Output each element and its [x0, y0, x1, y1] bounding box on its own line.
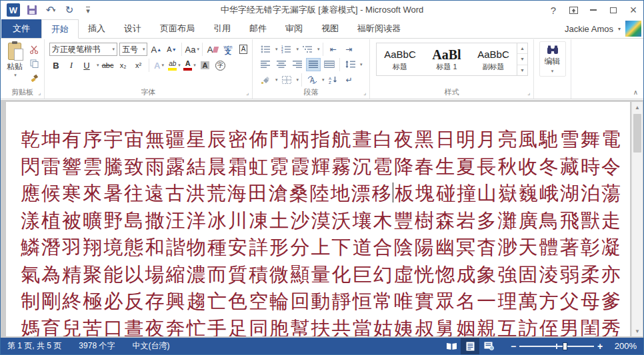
line-spacing-button[interactable] — [343, 58, 357, 71]
ribbon-display-options-button[interactable] — [563, 1, 583, 19]
close-button[interactable]: × — [623, 1, 643, 19]
font-dialog-launcher[interactable]: ⌟ — [244, 90, 251, 97]
vertical-scrollbar[interactable]: ▲ ▼ — [631, 102, 643, 336]
borders-button[interactable] — [279, 73, 294, 87]
avatar[interactable] — [625, 21, 641, 37]
subscript-button[interactable]: x₂ — [117, 59, 130, 72]
style-title[interactable]: AaBbC 标题 — [377, 43, 423, 75]
help-button[interactable]: ? — [543, 1, 563, 19]
paste-dropdown-icon[interactable]: ▾ — [14, 73, 17, 78]
zoom-in-button[interactable]: + — [594, 341, 606, 352]
tab-file[interactable]: 文件 — [1, 19, 41, 38]
text-line[interactable]: 乾坤有序宇宙無疆星辰密佈鬥柄指航晝白夜黑日明月亮風馳雪舞電 — [21, 126, 621, 153]
minimize-button[interactable] — [583, 1, 603, 19]
text-line[interactable]: 氣為精聚能以場縮濃而質積微顯量化巨幻虛恍惚成象強固淩弱柔亦 — [21, 261, 621, 288]
zoom-slider[interactable] — [519, 342, 594, 351]
asian-layout-button[interactable]: A — [305, 73, 319, 87]
tab-design[interactable]: 设计 — [115, 19, 151, 38]
text-line[interactable]: 制剛終極必反存興趨亡色空輪回動靜恒常唯實眾名一理萬方父母爹 — [21, 288, 621, 315]
styles-dialog-launcher[interactable]: ⌟ — [525, 90, 532, 97]
zoom-slider-thumb[interactable] — [563, 342, 567, 350]
tab-home[interactable]: 开始 — [41, 19, 79, 39]
phonetic-guide-button[interactable]: wén文 — [221, 43, 235, 56]
clear-formatting-button[interactable]: A — [206, 43, 219, 56]
tab-insert[interactable]: 插入 — [79, 19, 115, 38]
web-layout-button[interactable] — [479, 338, 498, 354]
zoom-out-button[interactable]: − — [507, 341, 519, 352]
font-name-combo[interactable]: 方正硬笔楷书▾ — [49, 43, 117, 56]
scrollbar-thumb[interactable] — [633, 114, 641, 153]
highlight-button[interactable]: ab▾ — [168, 59, 181, 72]
increase-indent-button[interactable]: ⇥ — [342, 43, 357, 56]
enclose-characters-button[interactable]: 字 — [214, 59, 227, 72]
tab-references[interactable]: 引用 — [204, 19, 240, 38]
superscript-button[interactable]: x² — [132, 59, 145, 72]
text-line[interactable]: 閃雷響雲騰致雨露結晨霜虹霓霞輝霧沉雹降春生夏長秋收冬藏時令 — [21, 153, 621, 180]
zoom-level[interactable]: 200% — [606, 341, 637, 351]
align-center-button[interactable] — [274, 58, 289, 71]
bullets-button[interactable] — [258, 43, 273, 56]
undo-dropdown[interactable]: ▾ — [53, 7, 55, 13]
read-mode-button[interactable] — [442, 338, 461, 354]
print-layout-button[interactable] — [461, 338, 479, 354]
sort-button[interactable]: AZ — [326, 73, 341, 87]
undo-button[interactable]: ↶▾ — [43, 2, 59, 18]
tab-page-layout[interactable]: 页面布局 — [151, 19, 204, 38]
paragraph-dialog-launcher[interactable]: ⌟ — [361, 90, 368, 97]
paste-button[interactable]: 粘贴 ▾ — [3, 41, 27, 87]
grow-font-button[interactable]: A▲ — [149, 43, 163, 56]
align-left-button[interactable] — [258, 58, 273, 71]
shading-button[interactable] — [258, 73, 273, 87]
collapse-ribbon-button[interactable]: ∧ — [633, 89, 638, 96]
underline-button[interactable]: U — [80, 59, 93, 72]
style-heading1[interactable]: AaBl 标题 1 — [423, 43, 470, 75]
word-count[interactable]: 3978 个字 — [79, 340, 115, 352]
font-color-button[interactable]: A▾ — [183, 59, 197, 72]
language-indicator[interactable]: 中文(台湾) — [132, 340, 169, 352]
editing-button[interactable]: 编辑 ▾ — [539, 41, 566, 77]
tab-mailings[interactable]: 邮件 — [240, 19, 276, 38]
document-page[interactable]: 乾坤有序宇宙無疆星辰密佈鬥柄指航晝白夜黑日明月亮風馳雪舞電閃雷響雲騰致雨露結晨霜… — [6, 102, 630, 336]
style-subtitle[interactable]: AaBbC 副标题 — [470, 43, 517, 75]
align-right-button[interactable] — [290, 58, 305, 71]
text-line[interactable]: 應候寒來暑往遠古洪荒海田滄桑陸地漂移板塊碰撞山嶽巍峨湖泊蕩 — [21, 180, 621, 207]
bold-button[interactable]: B — [49, 59, 63, 72]
character-border-button[interactable]: A — [237, 43, 250, 56]
distribute-button[interactable] — [322, 58, 337, 71]
tab-view[interactable]: 视图 — [312, 19, 348, 38]
shrink-font-button[interactable]: A▼ — [165, 43, 178, 56]
redo-button[interactable]: ↻ — [61, 2, 77, 18]
multilevel-list-button[interactable] — [300, 43, 315, 56]
format-painter-button[interactable] — [27, 71, 41, 83]
justify-button[interactable] — [306, 58, 321, 71]
clipboard-dialog-launcher[interactable]: ⌟ — [36, 90, 43, 97]
page-indicator[interactable]: 第 1 页, 共 5 页 — [7, 340, 61, 352]
underline-dropdown[interactable]: ▾ — [97, 63, 99, 68]
character-shading-button[interactable]: A — [199, 59, 212, 72]
scroll-up-arrow[interactable]: ▲ — [632, 102, 643, 113]
text-effects-button[interactable]: A▾ — [153, 59, 166, 72]
italic-button[interactable]: I — [65, 59, 78, 72]
scroll-down-arrow[interactable]: ▼ — [632, 326, 643, 336]
styles-more-button[interactable]: ▼ — [517, 65, 527, 75]
show-marks-button[interactable]: ↵ — [342, 73, 357, 87]
strikethrough-button[interactable]: abc — [101, 59, 115, 72]
styles-scroll-up[interactable]: ▲ — [517, 43, 527, 54]
tab-review[interactable]: 审阅 — [276, 19, 312, 38]
styles-scroll-down[interactable]: ▼ — [517, 54, 527, 65]
account-area[interactable]: Jackie Amos ▾ — [565, 19, 643, 38]
change-case-button[interactable]: Aa▾ — [185, 43, 199, 56]
customize-qat-button[interactable]: ▾ — [80, 2, 96, 18]
text-line[interactable]: 鱗潛羽翔境態和諧物種安詳形分上下道合陰陽幽冥杳渺天體著彰凝 — [21, 234, 621, 261]
text-line[interactable]: 媽育兒苦口晝夜奔忙手足同胞幫扶共當姑姨叔舅姻親互訪侄男閨秀 — [21, 315, 621, 337]
word-logo-icon[interactable]: W — [5, 2, 21, 18]
numbering-button[interactable]: 123 — [279, 43, 294, 56]
decrease-indent-button[interactable]: ⇤ — [326, 43, 341, 56]
save-button[interactable] — [24, 2, 40, 18]
maximize-button[interactable] — [603, 1, 623, 19]
font-size-combo[interactable]: 五号▾ — [119, 43, 147, 56]
copy-button[interactable] — [27, 57, 41, 69]
cut-button[interactable] — [27, 43, 41, 55]
tab-foxit-reader[interactable]: 福昕阅读器 — [348, 19, 410, 38]
text-line[interactable]: 漾植被曠野島撒汪洋冰川凍土沙漠沃壤木豐樹森岩多灘廣鳥飛獸走 — [21, 207, 621, 234]
